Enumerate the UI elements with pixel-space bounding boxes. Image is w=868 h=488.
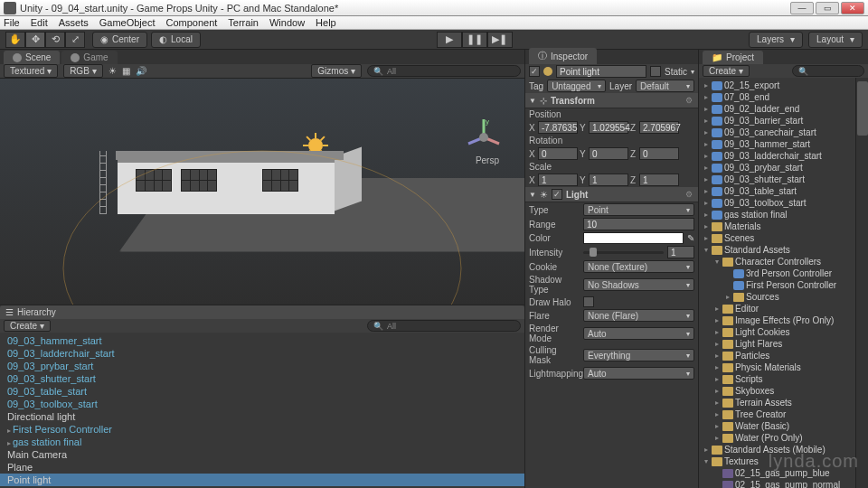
hierarchy-item[interactable]: 09_03_table_start — [0, 385, 524, 398]
project-item[interactable]: Water (Basic) — [699, 420, 855, 432]
maximize-button[interactable]: ▭ — [816, 2, 839, 14]
gear-icon[interactable]: ⚙ — [684, 95, 694, 106]
project-tab[interactable]: 📁 Project — [703, 51, 763, 64]
light-type[interactable]: Point — [583, 203, 694, 216]
minimize-button[interactable]: — — [790, 2, 814, 14]
project-item[interactable]: First Person Controller — [699, 279, 855, 291]
culling-mask[interactable]: Everything — [583, 349, 694, 361]
tool-rotate[interactable]: ⟲ — [45, 32, 65, 48]
shadow-type[interactable]: No Shadows — [583, 278, 694, 291]
hierarchy-list[interactable]: 09_03_hammer_start09_03_ladderchair_star… — [0, 333, 524, 488]
projection-label[interactable]: Persp — [476, 155, 499, 165]
scl-y[interactable]: 1 — [589, 174, 628, 186]
intensity-slider[interactable]: 1 — [583, 246, 694, 258]
layer-dropdown[interactable]: Default — [636, 80, 694, 92]
project-item[interactable]: Standard Assets — [699, 244, 855, 256]
project-item[interactable]: 09_03_barrier_start — [699, 115, 855, 127]
project-item[interactable]: Terrain Assets — [699, 397, 855, 408]
project-item[interactable]: 02_15_gas_pump_normal — [699, 479, 855, 488]
project-search[interactable]: 🔍 — [792, 65, 864, 77]
tab-scene[interactable]: Scene — [4, 51, 60, 64]
object-enabled-checkbox[interactable]: ✓ — [529, 66, 540, 77]
project-item[interactable]: 09_03_hammer_start — [699, 138, 855, 150]
step-button[interactable]: ▶❚ — [487, 32, 513, 48]
draw-halo[interactable] — [583, 296, 594, 307]
object-name-field[interactable]: Point light — [556, 65, 646, 78]
light-color[interactable] — [583, 232, 684, 244]
menu-help[interactable]: Help — [316, 17, 336, 28]
project-item[interactable]: 09_03_table_start — [699, 185, 855, 197]
close-button[interactable]: ✕ — [841, 2, 864, 14]
scene-search[interactable]: 🔍 All — [367, 65, 521, 77]
project-list[interactable]: 02_15_export07_08_end09_02_ladder_end09_… — [699, 78, 855, 488]
rot-z[interactable]: 0 — [639, 147, 679, 160]
project-item[interactable]: Light Cookies — [699, 326, 855, 338]
tab-game[interactable]: Game — [61, 51, 117, 64]
render-mode[interactable]: Auto — [583, 327, 694, 340]
project-item[interactable]: Skyboxes — [699, 385, 855, 397]
pos-y[interactable]: 1.029554 — [589, 121, 628, 134]
light-flare[interactable]: None (Flare) — [583, 309, 694, 322]
orientation-gizmo[interactable]: y — [461, 115, 506, 160]
project-item[interactable]: Scripts — [699, 373, 855, 385]
light-enabled[interactable]: ✓ — [552, 189, 562, 200]
project-item[interactable]: Editor — [699, 303, 855, 314]
static-checkbox[interactable] — [650, 66, 661, 77]
project-item[interactable]: 09_03_prybar_start — [699, 162, 855, 174]
scl-x[interactable]: 1 — [538, 174, 578, 186]
pause-button[interactable]: ❚❚ — [462, 32, 487, 48]
project-item[interactable]: gas station final — [699, 209, 855, 221]
menu-gameobject[interactable]: GameObject — [99, 17, 156, 28]
light-range[interactable]: 10 — [583, 218, 694, 230]
tool-hand[interactable]: ✋ — [5, 32, 25, 48]
eyedropper-icon[interactable]: ✎ — [687, 233, 694, 243]
scl-z[interactable]: 1 — [639, 174, 679, 186]
gizmos-dropdown[interactable]: Gizmos ▾ — [311, 64, 362, 78]
project-item[interactable]: 09_03_shutter_start — [699, 174, 855, 185]
scene-fx-toggle[interactable]: ▦ — [122, 66, 130, 76]
project-scrollbar[interactable] — [855, 78, 868, 488]
tool-scale[interactable]: ⤢ — [65, 32, 85, 48]
inspector-tab[interactable]: ⓘ Inspector — [529, 48, 597, 64]
tool-move[interactable]: ✥ — [25, 32, 45, 48]
project-create[interactable]: Create ▾ — [703, 65, 750, 77]
pos-x[interactable]: -7.87635 — [538, 121, 578, 134]
project-item[interactable]: 3rd Person Controller — [699, 267, 855, 279]
project-item[interactable]: 09_03_ladderchair_start — [699, 150, 855, 162]
hierarchy-item[interactable]: Directional light — [0, 410, 524, 423]
project-item[interactable]: 09_03_toolbox_start — [699, 197, 855, 209]
rgb-dropdown[interactable]: RGB ▾ — [63, 64, 102, 78]
layout-dropdown[interactable]: Layout▾ — [808, 32, 863, 48]
project-item[interactable]: Water (Pro Only) — [699, 432, 855, 444]
pivot-center-button[interactable]: ◉Center — [92, 32, 147, 48]
menu-window[interactable]: Window — [269, 17, 305, 28]
scene-viewport[interactable]: y Persp — [0, 79, 524, 305]
project-item[interactable]: Image Effects (Pro Only) — [699, 314, 855, 326]
light-header[interactable]: ▼☀✓Light⚙ — [525, 187, 698, 202]
hierarchy-item[interactable]: 09_03_prybar_start — [0, 360, 524, 372]
menu-assets[interactable]: Assets — [59, 17, 89, 28]
hierarchy-item[interactable]: Point light — [0, 474, 524, 486]
project-item[interactable]: Particles — [699, 350, 855, 361]
lightmapping[interactable]: Auto — [583, 367, 694, 380]
menu-component[interactable]: Component — [165, 17, 217, 28]
hierarchy-item[interactable]: Plane — [0, 461, 524, 474]
hierarchy-item[interactable]: gas station final — [0, 436, 524, 448]
hierarchy-header[interactable]: ☰ Hierarchy — [0, 305, 524, 319]
rot-x[interactable]: 0 — [538, 147, 578, 160]
light-cookie[interactable]: None (Texture) — [583, 260, 694, 273]
hierarchy-search[interactable]: 🔍 All — [367, 320, 521, 332]
hierarchy-item[interactable]: 09_03_toolbox_start — [0, 398, 524, 410]
tag-dropdown[interactable]: Untagged — [547, 80, 606, 92]
hierarchy-item[interactable]: Main Camera — [0, 448, 524, 461]
menu-edit[interactable]: Edit — [31, 17, 48, 28]
menu-file[interactable]: File — [4, 17, 20, 28]
hierarchy-item[interactable]: 09_03_ladderchair_start — [0, 347, 524, 360]
hierarchy-item[interactable]: 09_03_hammer_start — [0, 334, 524, 347]
project-item[interactable]: Materials — [699, 221, 855, 232]
hierarchy-item[interactable]: 09_03_shutter_start — [0, 372, 524, 385]
project-item[interactable]: Tree Creator — [699, 408, 855, 420]
project-item[interactable]: Scenes — [699, 232, 855, 244]
project-item[interactable]: 02_15_export — [699, 80, 855, 91]
menu-terrain[interactable]: Terrain — [228, 17, 259, 28]
